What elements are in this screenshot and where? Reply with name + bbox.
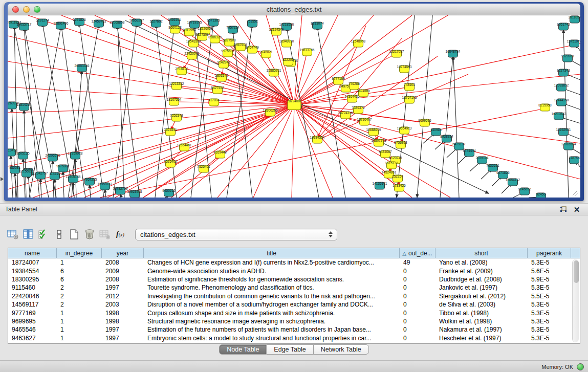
table-row[interactable]: 977716911998Corpus callosum shape and si… <box>8 309 572 317</box>
table-cell: Corpus callosum shape and size in male p… <box>144 310 400 317</box>
svg-text:10719195: 10719195 <box>187 20 202 24</box>
svg-text:10688609: 10688609 <box>366 128 381 132</box>
svg-text:3624569: 3624569 <box>357 89 370 93</box>
table-cell: 0 <box>400 310 435 317</box>
function-builder-button[interactable]: f(x) <box>113 228 128 241</box>
svg-text:18226058: 18226058 <box>198 27 213 30</box>
show-columns-button[interactable] <box>20 228 36 241</box>
table-selector-value: citations_edges.txt <box>136 231 329 238</box>
table-cell: 2008 <box>102 259 144 266</box>
svg-text:417004: 417004 <box>208 98 220 102</box>
svg-text:18807243: 18807243 <box>372 139 386 142</box>
table-cell: 2 <box>57 284 102 291</box>
svg-text:16210643: 16210643 <box>552 112 567 116</box>
svg-text:6471626: 6471626 <box>496 171 510 174</box>
table-cell: 5.3E-5 <box>528 301 571 308</box>
svg-text:9242848: 9242848 <box>217 60 230 64</box>
svg-text:9329966: 9329966 <box>561 54 574 58</box>
table-row[interactable]: 911546021997Tourette syndrome. Phenomeno… <box>8 283 572 292</box>
table-cell: 1 <box>57 259 102 266</box>
svg-text:19384554: 19384554 <box>310 136 325 139</box>
svg-text:8186328: 8186328 <box>208 35 222 39</box>
table-scrollbar[interactable] <box>572 259 579 342</box>
svg-text:746266: 746266 <box>349 82 360 85</box>
table-row[interactable]: 1830029562008Estimation of significance … <box>8 275 572 283</box>
new-table-button[interactable] <box>67 228 82 241</box>
column-header-out_de[interactable]: △out_de... <box>400 248 435 258</box>
svg-text:16949910: 16949910 <box>279 39 294 43</box>
svg-text:8813074: 8813074 <box>311 21 324 25</box>
svg-text:822203: 822203 <box>282 58 294 61</box>
svg-text:8938924: 8938924 <box>440 135 453 138</box>
column-header-pagerank[interactable]: pagerank <box>528 248 571 258</box>
column-header-label: in_degree <box>66 250 93 257</box>
table-cell: Estimation of significance thresholds fo… <box>144 276 400 283</box>
column-header-year[interactable]: year <box>102 248 144 258</box>
table-row[interactable]: 1938455462009Genome-wide association stu… <box>8 267 572 275</box>
column-header-name[interactable]: name <box>8 248 57 258</box>
float-panel-icon[interactable] <box>558 205 569 214</box>
table-cell: de Silva et al. (2003) <box>435 301 528 308</box>
tab-edge-table[interactable]: Edge Table <box>267 344 313 355</box>
table-row[interactable]: 1872400712008Changes of HCN gene express… <box>8 258 572 267</box>
table-row[interactable]: 946362711997Embryonic stem cells: a mode… <box>8 334 572 342</box>
table-row[interactable]: 969969511998Structural magnetic resonanc… <box>8 317 572 325</box>
table-cell: 0 <box>400 284 435 291</box>
table-cell: Dudbridge et al. (2008) <box>435 276 528 283</box>
column-header-title[interactable]: title <box>144 248 400 258</box>
svg-text:1527602: 1527602 <box>149 19 163 23</box>
close-panel-icon[interactable]: ✕ <box>572 205 582 214</box>
table-cell: Nakamura et al. (1997) <box>435 326 528 333</box>
svg-text:10654112: 10654112 <box>506 178 520 182</box>
svg-text:9505135: 9505135 <box>16 151 30 155</box>
svg-text:7252348: 7252348 <box>170 114 183 117</box>
svg-text:9951745: 9951745 <box>557 23 570 26</box>
citation-network-graph[interactable]: 2091182414055717319127420891406229182612… <box>8 15 580 198</box>
svg-text:14524861: 14524861 <box>382 170 397 174</box>
tab-network-table[interactable]: Network Table <box>314 344 369 355</box>
svg-text:9227343: 9227343 <box>557 69 570 72</box>
svg-text:9827509: 9827509 <box>195 33 209 36</box>
table-row[interactable]: 946554611997Estimation of the future num… <box>8 325 572 334</box>
delete-rows-button[interactable] <box>82 228 97 241</box>
panel-collapse-arrow-icon[interactable] <box>1 177 4 181</box>
table-cell: 19384554 <box>8 268 57 275</box>
table-cell: 14569117 <box>8 301 57 308</box>
svg-text:16648784: 16648784 <box>446 50 461 53</box>
svg-text:17016504: 17016504 <box>561 142 576 146</box>
network-canvas[interactable]: 2091182414055717319127420891406229182612… <box>8 15 580 198</box>
memory-status-indicator[interactable] <box>577 363 584 370</box>
svg-text:20891406: 20891406 <box>54 21 69 25</box>
table-type-tabs: Node TableEdge TableNetwork Table <box>0 344 588 355</box>
svg-text:9146821: 9146821 <box>259 50 273 54</box>
svg-text:7525401: 7525401 <box>197 165 210 168</box>
table-settings-button[interactable] <box>5 228 20 241</box>
attribute-table: namein_degreeyeartitle△out_de...shortpag… <box>8 248 580 344</box>
svg-text:17957255: 17957255 <box>82 178 97 181</box>
window-title: citations_edges.txt <box>8 6 580 13</box>
column-header-in_degree[interactable]: in_degree <box>57 248 102 258</box>
row-height-button[interactable] <box>51 228 67 241</box>
column-header-short[interactable]: short <box>435 248 528 258</box>
table-row[interactable]: 2242004622012Investigating the contribut… <box>8 292 572 300</box>
svg-text:12444158: 12444158 <box>554 98 569 102</box>
tab-node-table[interactable]: Node Table <box>219 344 267 355</box>
svg-text:7386372: 7386372 <box>352 106 365 110</box>
column-header-label: year <box>117 250 128 257</box>
svg-text:20206576: 20206576 <box>46 154 60 157</box>
svg-text:22420046: 22420046 <box>185 52 200 55</box>
select-all-button[interactable] <box>36 228 51 241</box>
memory-status-label: Memory: OK <box>541 364 573 370</box>
svg-text:6120746: 6120746 <box>389 156 402 160</box>
column-header-label: name <box>25 250 40 257</box>
table-selector-dropdown[interactable]: citations_edges.txt <box>135 229 337 240</box>
window-title-bar[interactable]: citations_edges.txt <box>8 4 580 15</box>
table-scrollbar-thumb[interactable] <box>574 260 579 283</box>
table-cell: 0 <box>400 335 435 342</box>
svg-text:4169448: 4169448 <box>213 150 227 154</box>
table-cell: 9699695 <box>8 318 57 325</box>
svg-text:9671385: 9671385 <box>207 18 220 22</box>
table-cell: 5.3E-5 <box>528 310 571 317</box>
svg-text:114519: 114519 <box>49 172 60 176</box>
table-row[interactable]: 1456911722003Disruption of a novel membe… <box>8 300 572 309</box>
